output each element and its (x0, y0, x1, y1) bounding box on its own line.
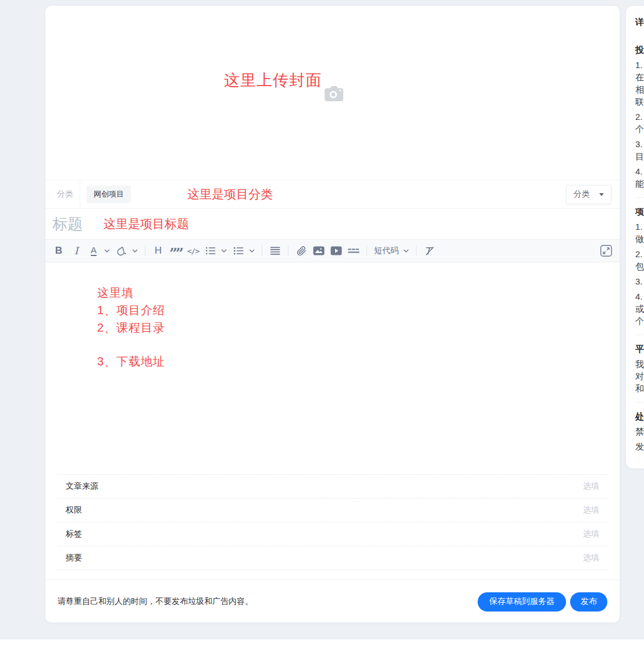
sidebar-text-line: 个 (635, 315, 644, 327)
sidebar-text-line: 禁 (635, 425, 644, 438)
toolbar-divider (262, 246, 262, 256)
shortcode-label: 短代码 (374, 246, 399, 256)
field-row[interactable]: 标签 选填 (58, 522, 607, 546)
dropdown-arrow-icon (599, 193, 604, 196)
field-label: 文章来源 (66, 481, 98, 492)
category-tag[interactable]: 网创项目 (87, 186, 131, 203)
sidebar-text-line: 能 (635, 177, 644, 190)
sidebar-text-line: 在 (635, 71, 644, 83)
save-draft-button[interactable]: 保存草稿到服务器 (478, 592, 566, 612)
bold-button[interactable]: B (51, 243, 67, 259)
bottom-strip (0, 639, 644, 647)
text-color-icon: A (91, 246, 97, 256)
sidebar-text-line: 做 (635, 233, 644, 245)
code-button[interactable]: </> (185, 243, 201, 259)
sidebar-text-line: 投 (635, 44, 644, 56)
sidebar-text-line: 和 (635, 382, 644, 394)
editor-annotation-line: 2、课程目录 (97, 319, 620, 336)
highlight-color-chevron-icon[interactable] (130, 243, 140, 259)
editor-annotation-line: 3、下载地址 (97, 353, 620, 370)
editor-footer: 请尊重自己和别人的时间，不要发布垃圾和广告内容。 保存草稿到服务器 发布 (45, 580, 620, 623)
toolbar-divider (145, 246, 145, 256)
sidebar-text-line: 相 (635, 83, 644, 95)
shortcode-chevron-icon[interactable] (401, 243, 411, 259)
more-tag-button[interactable] (346, 243, 362, 259)
unordered-list-button[interactable] (230, 243, 247, 259)
shortcode-button[interactable]: 短代码 (372, 243, 401, 259)
highlight-color-button[interactable] (113, 243, 130, 259)
insert-image-button[interactable] (311, 243, 327, 259)
sidebar-text-line: 个 (635, 123, 644, 135)
sidebar-text-line (635, 402, 644, 403)
editor-annotation-line: 这里填 (97, 284, 620, 301)
clear-format-button[interactable] (421, 243, 437, 259)
title-placeholder: 标题 (52, 214, 83, 234)
field-label: 标签 (66, 529, 82, 539)
blockquote-button[interactable]: ”” (168, 243, 184, 259)
category-dropdown-label: 分类 (574, 189, 590, 200)
category-dropdown[interactable]: 分类 (566, 185, 611, 204)
editor-annotation-line: 1、项目介绍 (97, 301, 620, 319)
insert-video-button[interactable] (328, 243, 344, 259)
field-optional-hint: 选填 (583, 553, 599, 563)
field-optional-hint: 选填 (583, 505, 599, 516)
sidebar-text-line: 联 (635, 95, 644, 108)
link-button[interactable] (293, 243, 309, 259)
sidebar-text-line: 详 (635, 16, 644, 28)
category-row: 分类 网创项目 这里是项目分类 分类 (45, 180, 620, 209)
toolbar-divider (416, 246, 417, 256)
editor-content-area[interactable]: 这里填1、项目介绍2、课程目录3、下载地址 (45, 262, 620, 474)
field-row[interactable]: 摘要 选填 (58, 546, 607, 570)
sidebar-text-line: 3. (635, 138, 644, 150)
sidebar-text-line: 1. (635, 221, 644, 233)
sidebar-text-line: 处 (635, 410, 644, 422)
category-label: 分类 (57, 189, 73, 200)
toolbar-divider (367, 246, 367, 256)
sidebar-text-line: 平 (635, 343, 644, 355)
field-label: 权限 (66, 505, 82, 516)
title-annotation: 这里是项目标题 (104, 216, 189, 232)
align-justify-button[interactable] (267, 243, 283, 259)
sidebar-text-line: 2. (635, 248, 644, 260)
vertical-divider (80, 180, 80, 208)
ordered-list-chevron-icon[interactable] (219, 243, 229, 259)
category-annotation: 这里是项目分类 (187, 186, 273, 202)
cover-upload-area[interactable]: 这里上传封面 (45, 6, 620, 180)
toolbar-divider (288, 246, 289, 256)
sidebar-text-line: 发 (635, 440, 644, 453)
text-color-button[interactable]: A (86, 243, 102, 259)
field-optional-hint: 选填 (583, 481, 599, 492)
blockquote-icon: ”” (169, 251, 182, 257)
editor-toolbar: B I A H ”” </> (45, 239, 620, 262)
sidebar-text-line: 目 (635, 150, 644, 162)
sidebar-text-line: 2. (635, 111, 644, 123)
italic-button[interactable]: I (68, 243, 84, 259)
editor-annotation-line (97, 336, 620, 353)
publish-button[interactable]: 发布 (570, 592, 607, 612)
sidebar-text-line: 我 (635, 358, 644, 370)
footer-notice: 请尊重自己和别人的时间，不要发布垃圾和广告内容。 (58, 596, 253, 607)
sidebar-text-line: 包 (635, 260, 644, 272)
extra-fields: 文章来源 选填 权限 选填 标签 选填 摘要 选填 (58, 474, 607, 570)
title-input[interactable]: 标题 这里是项目标题 (45, 209, 620, 239)
field-optional-hint: 选填 (583, 529, 599, 539)
field-row[interactable]: 文章来源 选填 (58, 475, 607, 499)
guidelines-sidebar: 详投1.在相联2.个3.目4.能项1.做2.包3.4.或个平我对和处禁发 (626, 6, 644, 468)
camera-icon (324, 85, 344, 102)
sidebar-text-line: 对 (635, 370, 644, 382)
sidebar-text-line: 3. (635, 275, 644, 287)
text-color-chevron-icon[interactable] (102, 243, 112, 259)
field-label: 摘要 (66, 553, 82, 563)
ordered-list-button[interactable] (202, 243, 219, 259)
heading-button[interactable]: H (150, 243, 166, 259)
unordered-list-chevron-icon[interactable] (247, 243, 257, 259)
sidebar-text-line: 项 (635, 205, 644, 218)
fullscreen-button[interactable] (598, 243, 614, 259)
sidebar-text-line: 1. (635, 59, 644, 71)
cover-annotation: 这里上传封面 (224, 70, 322, 91)
field-row[interactable]: 权限 选填 (58, 499, 607, 522)
sidebar-text-line: 4. (635, 290, 644, 303)
sidebar-text-line (635, 335, 644, 335)
sidebar-text-line (635, 197, 644, 198)
post-editor-panel: 这里上传封面 分类 网创项目 这里是项目分类 分类 标题 这里是项目标题 B I… (45, 6, 620, 623)
